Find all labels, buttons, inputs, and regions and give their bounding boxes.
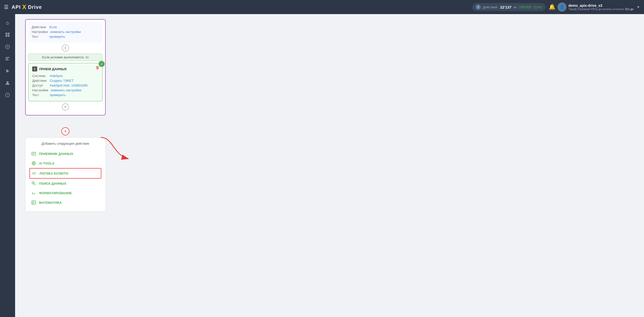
logic-icon (31, 171, 37, 176)
receive-system-row: Система HubSpot (32, 74, 99, 78)
receive-settings-value[interactable]: изменить настройки (51, 88, 82, 92)
user-info: demo_apix-drive_s3 Тариф |Премиум PRO| д… (569, 4, 634, 11)
actions-count: 22'137 (500, 5, 511, 9)
add-below-button[interactable]: + (62, 103, 69, 110)
receiver-icon (31, 151, 36, 156)
system-value: HubSpot (50, 74, 63, 78)
ai-icon (31, 161, 36, 166)
svg-rect-6 (6, 57, 10, 58)
add-action-circle-button[interactable]: + (61, 127, 69, 135)
sidebar-item-grid[interactable] (2, 29, 13, 40)
actions-info: i Действия: 22'137 из 100'000 (22%) (472, 3, 545, 11)
if-condition-label: Если условие выполняется, то (28, 54, 103, 61)
math-icon: + − × ÷ (31, 200, 36, 205)
actions-separator: из (513, 5, 517, 9)
actions-label: Действия: (483, 5, 498, 9)
hamburger-icon[interactable]: ☰ (4, 4, 9, 10)
sidebar: ⌂ $ (0, 14, 15, 317)
header: ☰ APIXDrive i Действия: 22'137 из 100'00… (0, 0, 644, 14)
notification-bell-button[interactable]: 🔔 (549, 4, 555, 10)
math-label: МАТЕМАТИКА (39, 201, 62, 205)
chevron-down-icon[interactable]: ▼ (636, 5, 640, 9)
test-value[interactable]: проверить (49, 35, 65, 38)
settings-value[interactable]: изменить настройки (50, 30, 81, 34)
add-between-button[interactable]: + (62, 45, 69, 52)
receive-test-label: Тест (32, 93, 47, 97)
svg-rect-7 (6, 58, 8, 59)
receive-settings-row: Настройки изменить настройки (32, 88, 99, 92)
action-item-receiver[interactable]: ПРИЕМНИК ДАННЫХ (29, 149, 101, 158)
svg-marker-9 (6, 69, 9, 73)
action-item-logic[interactable]: ЛОГИКА ЕСЛИ/ТО (29, 168, 101, 179)
action-item-search[interactable]: ПОИСК ДАННЫХ (29, 179, 101, 188)
logic-label: ЛОГИКА ЕСЛИ/ТО (39, 172, 68, 175)
access-label: Доступ (32, 84, 47, 87)
condition-action-row: Действие Если (32, 25, 99, 29)
action-value: Если (49, 25, 57, 29)
add-action-container: + Добавить следующее действие ПРИЕМНИК Д… (25, 127, 106, 212)
format-label: ФОРМАТИРОВАНИЕ (39, 191, 72, 195)
receive-card-title: 1 ПРИЕМ ДАННЫХ (32, 66, 99, 71)
condition-test-row: Тест проверить (32, 35, 99, 38)
svg-line-22 (34, 184, 35, 185)
system-label: Система (32, 74, 47, 78)
info-icon: i (476, 5, 481, 10)
svg-text:$: $ (7, 45, 8, 48)
receive-access-row: Доступ HubSpot Hub: 143801645 (32, 84, 99, 87)
receive-test-value[interactable]: проверить (50, 93, 66, 97)
svg-point-10 (7, 81, 9, 83)
svg-rect-0 (6, 33, 7, 34)
svg-rect-1 (8, 33, 10, 34)
svg-text:Aa: Aa (32, 192, 35, 195)
sidebar-item-help[interactable]: ? (2, 90, 13, 101)
svg-point-15 (33, 163, 34, 164)
receiver-label: ПРИЕМНИК ДАННЫХ (39, 152, 73, 156)
svg-text:?: ? (7, 94, 9, 97)
avatar: 👤 (557, 3, 567, 12)
receive-action-row: Действие Создать ТИКЕТ (32, 79, 99, 83)
action-label: Действие (32, 25, 47, 29)
action-item-format[interactable]: Aa ФОРМАТИРОВАНИЕ (29, 188, 101, 198)
sidebar-item-workspace[interactable] (2, 53, 13, 64)
logo: APIXDrive (12, 4, 42, 11)
delete-icon[interactable]: 🗑 (96, 65, 100, 70)
actions-total: 100'000 (519, 5, 531, 9)
svg-text:+: + (32, 201, 33, 203)
actions-pct: (22%) (533, 5, 542, 9)
receive-test-row: Тест проверить (32, 93, 99, 97)
access-value: HubSpot Hub: 143801645 (50, 84, 88, 87)
action-item-ai[interactable]: AI TOOLS (29, 158, 101, 168)
receive-action-value: Создать ТИКЕТ (50, 79, 74, 83)
add-action-title: Добавить следующее действие (29, 142, 101, 145)
sidebar-item-account[interactable] (2, 77, 13, 89)
card-number: 1 (32, 66, 37, 71)
user-section: 👤 demo_apix-drive_s3 Тариф |Премиум PRO|… (557, 3, 640, 12)
sidebar-item-media[interactable] (2, 65, 13, 76)
search-data-icon (31, 181, 36, 186)
svg-point-23 (33, 182, 34, 183)
condition-card: Действие Если Настройки изменить настрой… (28, 22, 103, 43)
test-label: Тест (32, 35, 47, 38)
svg-text:÷: ÷ (34, 203, 35, 204)
ai-label: AI TOOLS (39, 162, 54, 165)
receive-card: ✓ 🗑 1 ПРИЕМ ДАННЫХ Система HubSpot Дейст… (28, 63, 103, 101)
main-content: Действие Если Настройки изменить настрой… (15, 14, 644, 317)
arrow-indicator (98, 135, 153, 168)
condition-container: Действие Если Настройки изменить настрой… (25, 19, 106, 115)
svg-text:×: × (32, 203, 33, 204)
sidebar-item-home[interactable]: ⌂ (2, 17, 13, 28)
action-item-math[interactable]: + − × ÷ МАТЕМАТИКА (29, 198, 101, 207)
workflow-canvas: Действие Если Настройки изменить настрой… (20, 19, 639, 220)
receive-settings-label: Настройки (32, 88, 48, 92)
svg-rect-2 (6, 35, 7, 37)
sidebar-item-billing[interactable]: $ (2, 41, 13, 52)
svg-point-21 (32, 182, 34, 184)
svg-rect-13 (32, 152, 36, 155)
condition-settings-row: Настройки изменить настройки (32, 30, 99, 34)
svg-rect-8 (6, 60, 9, 60)
receive-action-label: Действие (32, 79, 47, 83)
svg-text:−: − (34, 201, 35, 203)
layout: ⌂ $ (0, 14, 644, 317)
user-plan: Тариф |Премиум PRO| до оплаты осталось 3… (569, 8, 634, 11)
format-icon: Aa (31, 190, 36, 196)
